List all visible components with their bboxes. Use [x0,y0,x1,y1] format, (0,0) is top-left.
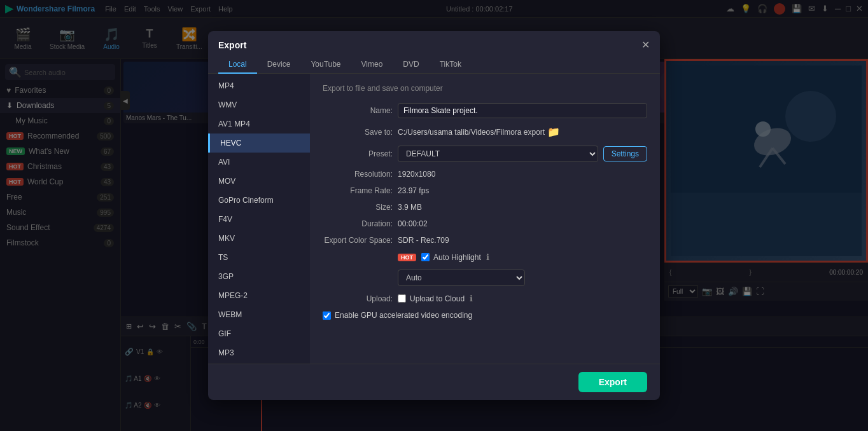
auto-highlight-checkbox[interactable] [421,253,430,261]
path-text: C:/Users/usama talib/Videos/Filmora expo… [398,128,545,137]
format-hevc[interactable]: HEVC [208,133,310,153]
auto-select[interactable]: Auto Manual [398,270,525,286]
frame-rate-field-row: Frame Rate: 23.97 fps [323,186,647,195]
auto-highlight-info-icon[interactable]: ℹ [486,252,489,262]
dialog-tabs: Local Device YouTube Vimeo DVD TikTok [208,51,660,74]
format-wmv[interactable]: WMV [208,95,310,114]
name-field-row: Name: [323,103,647,118]
name-input[interactable] [398,103,647,118]
upload-row: Upload: Upload to Cloud ℹ [323,294,647,303]
auto-highlight-checkbox-label[interactable]: Auto Highlight [421,253,481,262]
format-gif[interactable]: GIF [208,324,310,343]
format-mov[interactable]: MOV [208,172,310,191]
gpu-label: Enable GPU accelerated video encoding [335,311,472,320]
preset-field-row: Preset: DEFAULT High Quality Low Quality… [323,146,647,162]
auto-select-row: Auto Manual [323,270,647,286]
format-mp4[interactable]: MP4 [208,76,310,95]
upload-cloud-label[interactable]: Upload to Cloud [398,294,465,303]
upload-cloud-text: Upload to Cloud [410,294,465,303]
dialog-header: Export ✕ [208,31,660,51]
gpu-row: Enable GPU accelerated video encoding [323,311,647,320]
dialog-body: MP4 WMV AV1 MP4 HEVC AVI MOV GoPro Cinef… [208,74,660,364]
format-3gp[interactable]: 3GP [208,267,310,286]
gpu-checkbox-label[interactable]: Enable GPU accelerated video encoding [323,311,472,320]
save-to-field-row: Save to: C:/Users/usama talib/Videos/Fil… [323,126,647,138]
folder-icon[interactable]: 📁 [547,126,560,138]
tab-local[interactable]: Local [218,56,257,74]
format-mkv[interactable]: MKV [208,229,310,248]
upload-info-icon[interactable]: ℹ [470,294,473,303]
auto-highlight-hot-badge: HOT [398,254,416,261]
export-button[interactable]: Export [578,372,647,392]
frame-rate-label: Frame Rate: [323,186,393,195]
size-label: Size: [323,203,393,212]
resolution-value: 1920x1080 [398,170,435,179]
tab-tiktok[interactable]: TikTok [430,56,472,74]
format-avi[interactable]: AVI [208,153,310,172]
format-webm[interactable]: WEBM [208,305,310,324]
duration-field-row: Duration: 00:00:02 [323,219,647,228]
dialog-close-button[interactable]: ✕ [641,39,650,51]
tab-vimeo[interactable]: Vimeo [351,56,393,74]
gpu-checkbox[interactable] [323,311,331,320]
preset-label: Preset: [323,149,393,158]
format-mpeg2[interactable]: MPEG-2 [208,286,310,305]
export-dialog: Export ✕ Local Device YouTube Vimeo DVD … [208,31,660,400]
tab-dvd[interactable]: DVD [393,56,429,74]
export-settings: Export to file and save on computer Name… [310,74,660,364]
resolution-field-row: Resolution: 1920x1080 [323,170,647,179]
color-space-label: Export Color Space: [323,236,393,245]
format-mp3[interactable]: MP3 [208,343,310,362]
preset-select[interactable]: DEFAULT High Quality Low Quality [398,146,598,162]
tab-device[interactable]: Device [257,56,301,74]
upload-label: Upload: [323,294,393,303]
size-value: 3.9 MB [398,203,422,212]
save-to-label: Save to: [323,128,393,137]
path-row: C:/Users/usama talib/Videos/Filmora expo… [398,126,560,138]
duration-label: Duration: [323,219,393,228]
auto-highlight-label: Auto Highlight [433,253,481,262]
dialog-title: Export [218,40,246,50]
color-space-value: SDR - Rec.709 [398,236,449,245]
format-list: MP4 WMV AV1 MP4 HEVC AVI MOV GoPro Cinef… [208,74,310,364]
tab-youtube[interactable]: YouTube [300,56,351,74]
dialog-footer: Export [208,364,660,400]
duration-value: 00:00:02 [398,219,428,228]
format-gopro[interactable]: GoPro Cineform [208,191,310,210]
export-desc: Export to file and save on computer [323,84,647,93]
format-av1mp4[interactable]: AV1 MP4 [208,114,310,133]
format-f4v[interactable]: F4V [208,210,310,229]
dialog-overlay: Export ✕ Local Device YouTube Vimeo DVD … [0,0,868,431]
name-label: Name: [323,106,393,115]
format-ts[interactable]: TS [208,248,310,267]
auto-highlight-row: HOT Auto Highlight ℹ [323,252,647,262]
color-space-field-row: Export Color Space: SDR - Rec.709 [323,236,647,245]
resolution-label: Resolution: [323,170,393,179]
size-field-row: Size: 3.9 MB [323,203,647,212]
settings-button[interactable]: Settings [603,146,647,161]
upload-cloud-checkbox[interactable] [398,294,406,303]
frame-rate-value: 23.97 fps [398,186,429,195]
